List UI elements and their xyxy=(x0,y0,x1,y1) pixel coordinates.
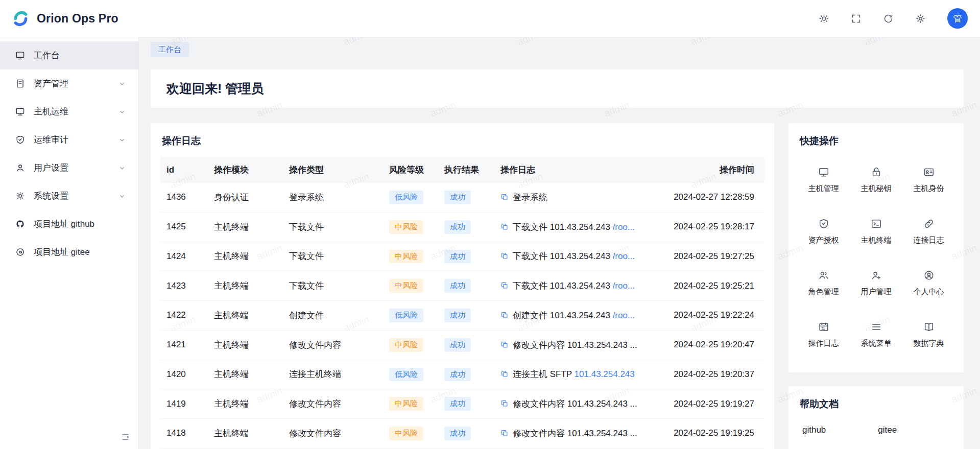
sidebar-item-label: 项目地址 gitee xyxy=(34,246,126,258)
result-badge: 成功 xyxy=(444,309,471,322)
log-table-row: 1421主机终端修改文件内容中风险成功修改文件内容 101.43.254.243… xyxy=(160,330,764,360)
cell-module: 主机终端 xyxy=(208,389,283,419)
sidebar-item-host-ops[interactable]: 主机运维 xyxy=(0,98,138,126)
id-card-icon xyxy=(923,167,935,178)
cell-type: 登录系统 xyxy=(283,183,383,212)
sidebar-collapse-icon[interactable] xyxy=(121,433,130,441)
cell-id: 1422 xyxy=(160,301,208,330)
cell-type: 下载文件 xyxy=(283,271,383,301)
sidebar-item-github-link[interactable]: 项目地址 github xyxy=(0,210,138,238)
gear-icon[interactable] xyxy=(915,13,926,24)
help-link-gitee[interactable]: gitee xyxy=(878,425,897,435)
risk-badge: 中风险 xyxy=(389,220,423,234)
risk-badge: 中风险 xyxy=(389,427,423,440)
copy-icon[interactable] xyxy=(500,281,509,290)
cell-id: 1418 xyxy=(160,419,208,448)
quick-action-label: 主机身份 xyxy=(914,184,944,194)
cell-result: 成功 xyxy=(438,271,494,301)
copy-icon[interactable] xyxy=(500,341,509,349)
sidebar-item-label: 用户设置 xyxy=(34,162,109,174)
copy-icon[interactable] xyxy=(500,370,509,378)
quick-action-label: 主机终端 xyxy=(861,235,892,245)
log-link[interactable]: /roo... xyxy=(613,251,635,261)
log-link[interactable]: 101.43.254.243 xyxy=(575,369,635,379)
sidebar-item-asset-management[interactable]: 资产管理 xyxy=(0,69,138,98)
log-link[interactable]: /roo... xyxy=(613,281,635,291)
app-logo[interactable]: Orion Ops Pro xyxy=(11,9,118,28)
fullscreen-icon[interactable] xyxy=(851,13,862,24)
sidebar-item-dashboard[interactable]: 工作台 xyxy=(0,41,138,69)
cell-log: 创建文件 101.43.254.243 /roo... xyxy=(494,301,665,330)
cell-result: 成功 xyxy=(438,389,494,419)
chevron-down-icon xyxy=(118,80,126,88)
log-column-header: 操作日志 xyxy=(494,157,665,183)
cell-log: 修改文件内容 101.43.254.243 ... xyxy=(494,330,665,360)
quick-action-system-menu[interactable]: 系统菜单 xyxy=(851,312,901,357)
cell-risk: 低风险 xyxy=(383,301,438,330)
gitee-icon xyxy=(15,247,25,257)
sidebar-item-ops-audit[interactable]: 运维审计 xyxy=(0,126,138,154)
log-column-header: 操作类型 xyxy=(283,157,383,183)
copy-icon[interactable] xyxy=(500,399,509,408)
cell-log: 连接主机 SFTP 101.43.254.243 xyxy=(494,360,665,389)
quick-action-connection-logs[interactable]: 连接日志 xyxy=(903,208,954,254)
help-docs-title: 帮助文档 xyxy=(798,397,954,411)
cell-log: 登录系统 xyxy=(494,183,665,212)
quick-action-user-management[interactable]: 用户管理 xyxy=(851,260,901,305)
quick-action-host-keys[interactable]: 主机秘钥 xyxy=(851,157,901,202)
cell-module: 主机终端 xyxy=(208,360,283,389)
breadcrumb-tab-workbench[interactable]: 工作台 xyxy=(151,42,189,57)
quick-action-label: 主机秘钥 xyxy=(861,184,892,194)
cell-type: 创建文件 xyxy=(283,301,383,330)
help-docs-links: githubgitee xyxy=(798,420,954,448)
log-text: 下载文件 101.43.254.243 xyxy=(513,281,613,291)
quick-action-host-identity[interactable]: 主机身份 xyxy=(903,157,954,202)
sidebar-nav: 工作台资产管理主机运维运维审计用户设置系统设置项目地址 github项目地址 g… xyxy=(0,41,138,266)
cell-result: 成功 xyxy=(438,212,494,242)
copy-icon[interactable] xyxy=(500,429,509,437)
copy-icon[interactable] xyxy=(500,311,509,319)
calendar-icon xyxy=(818,321,829,333)
copy-icon[interactable] xyxy=(500,252,509,260)
help-link-github[interactable]: github xyxy=(802,425,826,435)
quick-action-host-management[interactable]: 主机管理 xyxy=(798,157,849,202)
copy-icon[interactable] xyxy=(500,193,509,201)
log-table-row: 1424主机终端下载文件中风险成功下载文件 101.43.254.243 /ro… xyxy=(160,242,764,271)
log-text: 修改文件内容 101.43.254.243 ... xyxy=(513,399,637,409)
quick-action-personal-center[interactable]: 个人中心 xyxy=(903,260,954,305)
avatar[interactable]: 管 xyxy=(947,8,968,29)
sidebar-item-user-settings[interactable]: 用户设置 xyxy=(0,154,138,182)
refresh-icon[interactable] xyxy=(883,13,894,24)
sidebar-item-system-settings[interactable]: 系统设置 xyxy=(0,182,138,210)
sun-icon[interactable] xyxy=(819,13,829,24)
quick-action-asset-authorization[interactable]: 资产授权 xyxy=(798,208,849,254)
quick-action-operation-logs[interactable]: 操作日志 xyxy=(798,312,849,357)
cell-log: 修改文件内容 101.43.254.243 ... xyxy=(494,389,665,419)
cell-log: 下载文件 101.43.254.243 /roo... xyxy=(494,242,665,271)
orion-logo-icon xyxy=(11,9,30,28)
log-link[interactable]: /roo... xyxy=(613,311,635,320)
cell-module: 主机终端 xyxy=(208,301,283,330)
risk-badge: 低风险 xyxy=(389,309,423,322)
quick-action-data-dictionary[interactable]: 数据字典 xyxy=(903,312,954,357)
header-actions: 管 xyxy=(819,8,968,29)
sidebar-item-label: 项目地址 github xyxy=(34,218,126,230)
quick-action-label: 系统菜单 xyxy=(861,339,892,348)
welcome-title: 欢迎回来! 管理员 xyxy=(166,80,948,97)
menu-lines-icon xyxy=(871,321,882,333)
log-link[interactable]: /roo... xyxy=(613,222,635,232)
quick-action-role-management[interactable]: 角色管理 xyxy=(798,260,849,305)
quick-action-label: 数据字典 xyxy=(914,339,944,348)
quick-action-host-terminal[interactable]: 主机终端 xyxy=(851,208,901,254)
sidebar-item-label: 工作台 xyxy=(34,50,126,61)
dashboard-icon xyxy=(15,51,25,60)
log-column-header: 操作时间 xyxy=(665,157,764,183)
cell-risk: 中风险 xyxy=(383,212,438,242)
user-circle-icon xyxy=(923,270,935,281)
cell-time: 2024-02-25 19:25:21 xyxy=(665,271,764,301)
copy-icon[interactable] xyxy=(500,223,509,231)
result-badge: 成功 xyxy=(444,397,471,411)
quick-action-label: 资产授权 xyxy=(808,235,839,245)
sidebar-item-gitee-link[interactable]: 项目地址 gitee xyxy=(0,238,138,266)
cell-risk: 中风险 xyxy=(383,330,438,360)
